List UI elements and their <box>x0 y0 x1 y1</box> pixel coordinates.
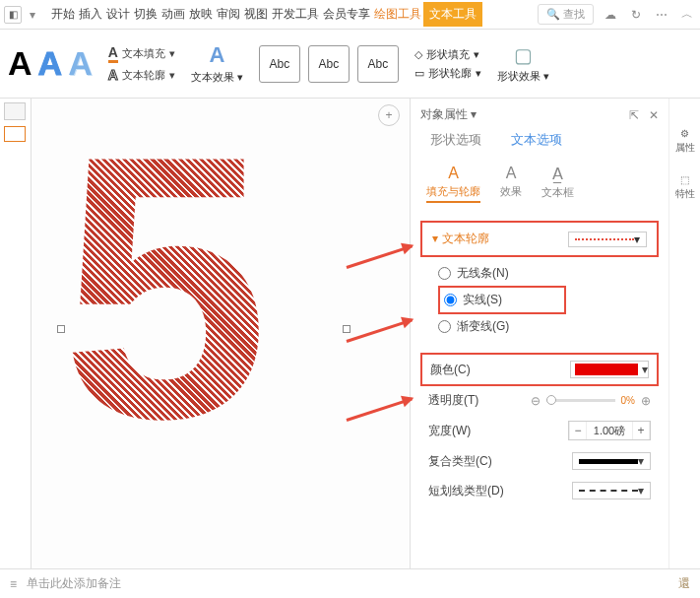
compound-picker[interactable]: ▾ <box>572 452 651 470</box>
side-properties[interactable]: ⚙属性 <box>675 128 695 155</box>
app-icon[interactable]: ◧ <box>4 6 22 24</box>
text-outline-heading[interactable]: 文本轮廓 <box>442 232 489 245</box>
menu-text-tool[interactable]: 文本工具 <box>423 2 482 27</box>
compound-row: 复合类型(C) ▾ <box>420 446 659 476</box>
tab-shape-options[interactable]: 形状选项 <box>430 131 481 153</box>
shape-fill-button[interactable]: ◇ 形状填充 ▾ <box>414 47 481 62</box>
cloud-icon[interactable]: ☁ <box>602 6 619 24</box>
annotation-arrow <box>347 318 414 342</box>
menu-design[interactable]: 设计 <box>104 2 132 27</box>
menu-transition[interactable]: 切换 <box>132 2 159 27</box>
menu-member[interactable]: 会员专享 <box>321 2 372 27</box>
menu-slideshow[interactable]: 放映 <box>187 2 215 27</box>
resize-handle[interactable] <box>57 325 65 333</box>
refresh-icon[interactable]: ↻ <box>627 6 645 24</box>
footer: ≡ 单击此处添加备注 還 <box>0 568 700 598</box>
pin-icon[interactable]: ⇱ <box>629 108 639 122</box>
menu-animation[interactable]: 动画 <box>159 2 187 27</box>
panel-title: 对象属性 <box>420 107 468 121</box>
shape-fill-label: 形状填充 <box>426 47 470 62</box>
width-stepper[interactable]: − 1.00磅 + <box>568 421 651 440</box>
shape-outline-label: 形状轮廓 <box>428 66 472 81</box>
radio-no-line[interactable]: 无线条(N) <box>438 261 641 286</box>
add-slide-button[interactable]: + <box>378 104 400 126</box>
color-picker[interactable]: ▾ <box>570 361 649 378</box>
opacity-row: 透明度(T) ⊖ 0% ⊕ <box>420 386 659 415</box>
panel-sidebar: ⚙属性 ⬚特性 <box>668 99 700 568</box>
radio-solid-line[interactable]: 实线(S) <box>444 288 560 312</box>
menu-review[interactable]: 审阅 <box>215 2 242 27</box>
side-features[interactable]: ⬚特性 <box>675 174 695 201</box>
tab-text-options[interactable]: 文本选项 <box>511 131 562 153</box>
shape-format-group: ◇ 形状填充 ▾ ▭ 形状轮廓 ▾ <box>414 47 481 81</box>
compound-label: 复合类型(C) <box>428 453 492 470</box>
shape-style-3[interactable]: Abc <box>357 45 399 83</box>
subtab-textbox[interactable]: A̲文本框 <box>541 165 574 203</box>
width-value: 1.00磅 <box>587 424 632 438</box>
footer-right[interactable]: 還 <box>678 575 690 592</box>
dash-picker[interactable]: ▾ <box>572 482 651 499</box>
panel-subtabs: A填充与轮廓 A效果 A̲文本框 <box>420 159 659 207</box>
search-placeholder: 查找 <box>563 8 585 20</box>
text-outline-section: ▾文本轮廓 ▾ <box>420 221 659 257</box>
menu-insert[interactable]: 插入 <box>77 2 104 27</box>
shape-style-2[interactable]: Abc <box>308 45 350 83</box>
shape-styles: Abc Abc Abc <box>259 45 399 83</box>
resize-handle[interactable] <box>343 325 350 333</box>
text-fill-button[interactable]: A文本填充 ▾ <box>108 44 175 63</box>
opacity-slider[interactable]: ⊖ 0% ⊕ <box>531 394 651 408</box>
wordart-style-1[interactable]: A <box>8 44 32 83</box>
chevron-down-icon[interactable]: ▾ <box>24 6 41 24</box>
radio-gradient-line[interactable]: 渐变线(G) <box>438 314 641 339</box>
opacity-label: 透明度(T) <box>428 392 478 409</box>
color-row: 颜色(C) ▾ <box>422 355 657 384</box>
slide-thumb-1[interactable] <box>4 126 26 142</box>
shape-effect-label: 形状效果 <box>497 70 541 82</box>
canvas[interactable]: + 5 <box>32 99 410 568</box>
subtab-fill-outline[interactable]: A填充与轮廓 <box>426 165 480 203</box>
search-input[interactable]: 🔍 查找 <box>538 4 594 25</box>
shape-outline-button[interactable]: ▭ 形状轮廓 ▾ <box>414 66 481 81</box>
subtab-effect[interactable]: A效果 <box>500 165 522 203</box>
panel-tabs: 形状选项 文本选项 <box>420 131 659 159</box>
shape-effect-button[interactable]: ▢ 形状效果 ▾ <box>497 43 549 84</box>
dash-label: 短划线类型(D) <box>428 483 504 499</box>
more-icon[interactable]: ⋯ <box>653 6 670 24</box>
annotation-arrow <box>347 244 414 268</box>
menu-start[interactable]: 开始 <box>49 2 77 27</box>
selected-object[interactable]: 5 <box>61 128 347 532</box>
sliders-icon: ⚙ <box>680 128 689 139</box>
chevron-up-icon[interactable]: ︿ <box>678 6 696 24</box>
width-decrease[interactable]: − <box>569 422 587 439</box>
color-label: 颜色(C) <box>430 362 471 378</box>
width-label: 宽度(W) <box>428 423 471 439</box>
menu-view[interactable]: 视图 <box>242 2 270 27</box>
thumbnail-tab[interactable] <box>4 102 26 120</box>
menu-devtools[interactable]: 开发工具 <box>270 2 321 27</box>
text-fill-label: 文本填充 <box>122 46 165 61</box>
panel-header: 对象属性 ▾ ⇱✕ <box>420 104 659 131</box>
topbar: ◧ ▾ 开始 插入 设计 切换 动画 放映 审阅 视图 开发工具 会员专享 绘图… <box>0 0 700 30</box>
slide-thumbnails <box>0 99 32 568</box>
close-icon[interactable]: ✕ <box>649 108 659 122</box>
opacity-value: 0% <box>621 395 635 406</box>
annotation-arrow <box>347 397 414 421</box>
main-menu: 开始 插入 设计 切换 动画 放映 审阅 视图 开发工具 会员专享 绘图工具 文… <box>49 2 482 27</box>
width-row: 宽度(W) − 1.00磅 + <box>420 415 659 446</box>
notes-placeholder[interactable]: 单击此处添加备注 <box>27 575 121 592</box>
wordart-style-2[interactable]: A <box>38 44 63 83</box>
width-increase[interactable]: + <box>632 422 650 439</box>
cube-icon: ⬚ <box>680 174 689 185</box>
menu-draw-tool[interactable]: 绘图工具 <box>372 2 423 27</box>
properties-panel: 对象属性 ▾ ⇱✕ 形状选项 文本选项 A填充与轮廓 A效果 A̲文本框 ▾文本… <box>410 99 700 568</box>
notes-icon[interactable]: ≡ <box>10 577 17 591</box>
line-type-radios: 无线条(N) 实线(S) 渐变线(G) <box>420 257 659 343</box>
main-area: + 5 对象属性 ▾ ⇱✕ 形状选项 文本选项 A填充与轮廓 A效果 A̲文本框 <box>0 99 700 568</box>
dash-row: 短划线类型(D) ▾ <box>420 476 659 505</box>
text-content-5: 5 <box>61 128 347 446</box>
shape-style-1[interactable]: Abc <box>259 45 300 83</box>
outline-preview[interactable]: ▾ <box>568 232 647 247</box>
